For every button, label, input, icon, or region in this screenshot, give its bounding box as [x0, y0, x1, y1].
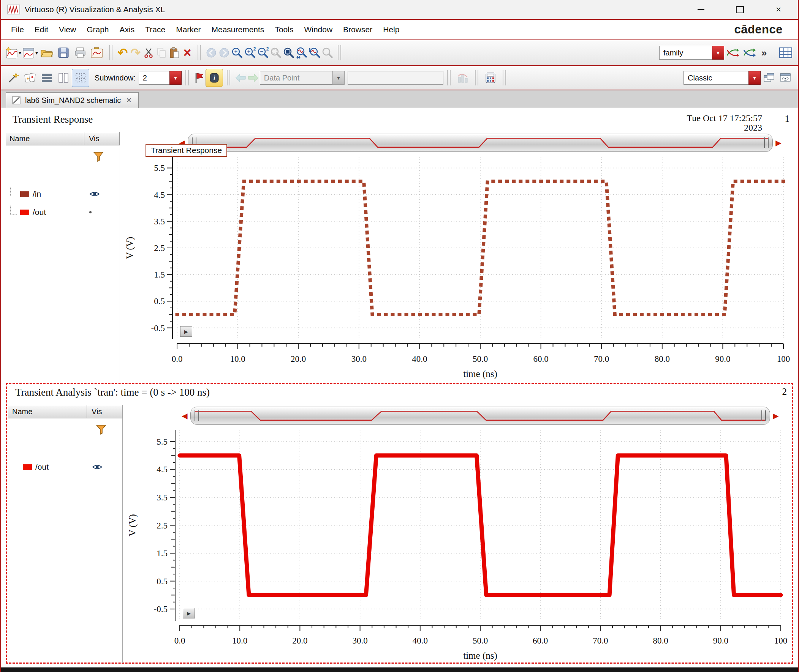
menu-measurements[interactable]: Measurements	[206, 25, 270, 34]
strip-horizontal-icon	[41, 72, 53, 83]
minimize-button[interactable]	[695, 4, 707, 15]
visibility-cell[interactable]	[82, 190, 120, 197]
new-graph-icon	[5, 47, 18, 59]
name-column-header[interactable]: Name	[6, 132, 84, 145]
family-combo-dropdown[interactable]: ▼	[712, 46, 724, 59]
menu-trace[interactable]: Trace	[140, 25, 171, 34]
zoom-to-selection-button[interactable]	[270, 44, 282, 61]
strip-vertical-button[interactable]	[55, 69, 72, 86]
next-view-button[interactable]	[218, 44, 231, 61]
tab-close-icon[interactable]: ×	[125, 95, 132, 106]
name-column-header[interactable]: Name	[8, 405, 87, 418]
menu-graph[interactable]: Graph	[81, 25, 114, 34]
strip-horizontal-button[interactable]	[39, 69, 55, 86]
visibility-cell[interactable]	[85, 464, 122, 470]
subwindow-combo-dropdown[interactable]: ▼	[170, 71, 181, 85]
new-subwindow-button[interactable]: ▾	[22, 44, 39, 61]
filter-button[interactable]	[96, 424, 106, 437]
table-grid-button[interactable]	[777, 44, 794, 61]
scroll-left-button[interactable]: ◀	[180, 411, 189, 420]
visibility-cell[interactable]	[82, 211, 120, 213]
menu-axis[interactable]: Axis	[114, 25, 140, 34]
save-button[interactable]	[55, 44, 72, 61]
scroll-right-button[interactable]: ▶	[773, 138, 783, 147]
svg-text:50.0: 50.0	[473, 354, 488, 364]
calculator-button[interactable]	[482, 69, 499, 86]
histogram-button[interactable]	[454, 69, 471, 86]
paste-button[interactable]	[168, 44, 181, 61]
maximize-button[interactable]	[734, 4, 745, 15]
range-handle-left[interactable]	[194, 410, 199, 421]
zoom-fit-button[interactable]	[282, 44, 295, 61]
swap-sweep-y-button[interactable]	[741, 44, 757, 61]
flag-button[interactable]	[193, 69, 205, 86]
style-combo-value[interactable]: Classic	[683, 71, 748, 85]
cut-button[interactable]	[142, 44, 155, 61]
strip-play-button[interactable]: ▶	[180, 326, 192, 337]
print-button[interactable]	[72, 44, 88, 61]
graph-cards-button[interactable]	[22, 69, 39, 86]
subwindow-combo-value[interactable]: 2	[139, 71, 170, 85]
zoom-out-x2-button[interactable]: − 2	[257, 44, 270, 61]
copy-button[interactable]	[155, 44, 168, 61]
close-button[interactable]: ×	[773, 4, 784, 15]
trace-name[interactable]: /out	[33, 208, 46, 217]
vis-column-header[interactable]: Vis	[84, 132, 119, 145]
menu-edit[interactable]: Edit	[29, 25, 54, 34]
previous-view-button[interactable]	[205, 44, 218, 61]
trace-row-out[interactable]: /out	[8, 458, 122, 476]
zoom-x-axis-button[interactable]	[295, 44, 308, 61]
datapoint-combo-dropdown[interactable]: ▼	[332, 71, 345, 85]
waveform-chart-1[interactable]: 5.54.53.52.51.50.5-0.5V (V)0.010.020.030…	[120, 153, 793, 382]
vis-column-header[interactable]: Vis	[87, 405, 122, 418]
zoom-in-button[interactable]: +	[231, 44, 244, 61]
wand-button[interactable]	[5, 69, 22, 86]
overview-track[interactable]	[188, 134, 773, 152]
redo-button[interactable]: ↷	[129, 44, 142, 61]
new-subwindow-icon	[22, 47, 35, 59]
window-visibility-button[interactable]	[777, 69, 794, 86]
duplicate-window-button[interactable]	[760, 69, 777, 86]
datapoint-combo-value[interactable]: Data Point	[260, 71, 332, 85]
open-button[interactable]	[39, 44, 55, 61]
menu-view[interactable]: View	[54, 25, 81, 34]
menu-tools[interactable]: Tools	[270, 25, 298, 34]
toolbar-overflow-button[interactable]: »	[757, 44, 770, 61]
trace-row-in[interactable]: /in	[6, 185, 120, 203]
info-toggle-button[interactable]: i	[205, 69, 223, 87]
new-graph-button[interactable]: ▾	[5, 44, 22, 61]
zoom-in-x2-button[interactable]: + 2	[244, 44, 257, 61]
swap-sweep-x-button[interactable]	[724, 44, 741, 61]
scroll-right-button[interactable]: ▶	[771, 411, 781, 420]
menu-help[interactable]: Help	[378, 25, 404, 34]
range-handle-right[interactable]	[761, 410, 766, 421]
zoom-y-axis-button[interactable]	[308, 44, 321, 61]
search-button[interactable]	[321, 44, 334, 61]
save-image-button[interactable]	[88, 44, 105, 61]
waveform-chart-2[interactable]: 5.54.53.52.51.50.5-0.5V (V)0.010.020.030…	[123, 426, 791, 663]
next-point-button[interactable]	[247, 69, 260, 86]
trace-name[interactable]: /in	[33, 189, 41, 198]
range-handle-right[interactable]	[764, 138, 769, 148]
family-combo-value[interactable]: family	[659, 46, 712, 59]
undo-button[interactable]: ↶	[116, 44, 129, 61]
grid-2x2-button[interactable]	[72, 69, 89, 87]
previous-point-button[interactable]	[234, 69, 247, 86]
right-arrow-icon: ▶	[775, 139, 781, 147]
tab-lab6-sim-nand2[interactable]: lab6 Sim_NAND2 schematic ×	[6, 92, 139, 108]
strip-play-button[interactable]: ▶	[183, 608, 195, 618]
trace-name[interactable]: /out	[35, 462, 49, 472]
menu-file[interactable]: File	[6, 25, 29, 34]
filter-button[interactable]	[93, 152, 104, 164]
delete-button[interactable]: ×	[181, 44, 194, 61]
style-combo-dropdown[interactable]: ▼	[748, 71, 760, 85]
chevron-down-icon: ▾	[19, 50, 21, 56]
overview-track[interactable]	[190, 406, 770, 425]
trace-row-out[interactable]: /out	[6, 203, 120, 221]
datapoint-value-input[interactable]	[348, 71, 443, 85]
trace-list-header: Name Vis	[8, 405, 122, 418]
toolbar-separator	[185, 70, 189, 85]
menu-browser[interactable]: Browser	[338, 25, 378, 34]
menu-marker[interactable]: Marker	[171, 25, 206, 34]
menu-window[interactable]: Window	[298, 25, 338, 34]
